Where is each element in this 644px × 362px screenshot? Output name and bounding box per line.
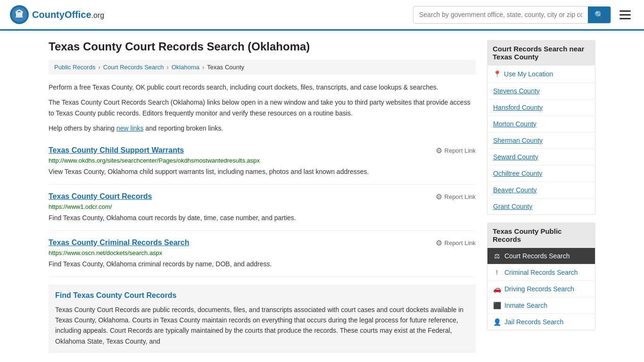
menu-icon [619, 14, 631, 16]
breadcrumb-sep: › [166, 64, 168, 71]
svg-text:🏛: 🏛 [15, 9, 24, 19]
breadcrumb-sep: › [98, 64, 100, 71]
report-link-2[interactable]: ⚙ Report Link [436, 239, 476, 247]
report-label-0: Report Link [445, 147, 476, 154]
result-desc-0: View Texas County, Oklahoma child suppor… [49, 167, 476, 177]
breadcrumb-court-records-search[interactable]: Court Records Search [103, 64, 164, 71]
nearby-county-3[interactable]: Sherman County [487, 132, 595, 149]
nearby-counties-list: Stevens CountyHansford CountyMorton Coun… [487, 83, 595, 214]
nearby-county-2[interactable]: Morton County [487, 116, 595, 132]
use-location-label: Use My Location [504, 70, 553, 78]
location-icon: 📍 [493, 70, 501, 78]
description-1: Perform a free Texas County, OK public c… [49, 82, 476, 92]
description-3: Help others by sharing new links and rep… [49, 123, 476, 133]
search-bar: 🔍 [413, 6, 611, 24]
pub-record-icon-4: 👤 [493, 318, 501, 326]
menu-button[interactable] [616, 8, 635, 21]
result-title-1[interactable]: Texas County Court Records [49, 192, 152, 201]
search-button[interactable]: 🔍 [588, 7, 611, 23]
use-my-location-link[interactable]: 📍 Use My Location [487, 66, 595, 83]
pub-record-label-0: Court Records Search [504, 252, 570, 260]
report-icon-1: ⚙ [436, 192, 442, 201]
report-icon-2: ⚙ [436, 239, 442, 247]
logo-text: CountyOffice [32, 9, 91, 20]
new-links-link[interactable]: new links [116, 124, 144, 132]
result-url-2[interactable]: https://www.oscn.net/dockets/search.aspx [49, 249, 476, 256]
pub-record-icon-2: 🚗 [493, 285, 501, 293]
pub-record-label-1: Criminal Records Search [504, 269, 578, 276]
menu-icon [619, 10, 631, 12]
result-desc-2: Find Texas County, Oklahoma criminal rec… [49, 259, 476, 269]
sidebar: Court Records Search near Texas County 📍… [487, 40, 595, 353]
find-title: Find Texas County Court Records [55, 291, 469, 300]
pub-record-item-0[interactable]: ⚖ Court Records Search [487, 248, 595, 264]
nearby-county-4[interactable]: Seward County [487, 149, 595, 165]
description-2: The Texas County Court Records Search (O… [49, 97, 476, 118]
result-item: Texas County Court Records ⚙ Report Link… [49, 185, 476, 231]
nearby-section: Court Records Search near Texas County 📍… [487, 40, 595, 215]
report-label-1: Report Link [445, 193, 476, 200]
pub-record-item-2[interactable]: 🚗 Driving Records Search [487, 281, 595, 297]
logo[interactable]: 🏛 CountyOffice.org [9, 5, 104, 25]
result-url-0[interactable]: http://www.okdhs.org/sites/searchcenter/… [49, 157, 476, 164]
public-records-title: Texas County Public Records [487, 222, 595, 248]
result-item: Texas County Child Support Warrants ⚙ Re… [49, 139, 476, 185]
pub-record-item-3[interactable]: ⬛ Inmate Search [487, 297, 595, 314]
breadcrumb-sep: › [202, 64, 204, 71]
report-label-2: Report Link [445, 239, 476, 247]
menu-icon [619, 18, 631, 19]
result-title-0[interactable]: Texas County Child Support Warrants [49, 146, 184, 155]
report-link-1[interactable]: ⚙ Report Link [436, 192, 476, 201]
pub-record-icon-0: ⚖ [493, 252, 501, 260]
logo-suffix: .org [91, 11, 105, 19]
logo-icon: 🏛 [9, 5, 29, 25]
find-desc: Texas County Court Records are public re… [55, 304, 469, 347]
report-icon-0: ⚙ [436, 146, 442, 155]
result-title-2[interactable]: Texas County Criminal Records Search [49, 239, 189, 247]
result-url-1[interactable]: https://www1.odcr.com/ [49, 203, 476, 210]
breadcrumb-texas-county: Texas County [207, 64, 244, 71]
breadcrumb: Public Records › Court Records Search › … [49, 60, 476, 74]
page-title: Texas County Court Records Search (Oklah… [49, 40, 476, 53]
pub-record-item-1[interactable]: ! Criminal Records Search [487, 264, 595, 281]
breadcrumb-public-records[interactable]: Public Records [54, 64, 95, 71]
pub-records-list: ⚖ Court Records Search ! Criminal Record… [487, 248, 595, 330]
pub-record-label-3: Inmate Search [504, 302, 547, 309]
pub-record-item-4[interactable]: 👤 Jail Records Search [487, 314, 595, 330]
nearby-content: 📍 Use My Location Stevens CountyHansford… [487, 66, 595, 215]
pub-record-icon-3: ⬛ [493, 302, 501, 309]
result-item: Texas County Criminal Records Search ⚙ R… [49, 231, 476, 277]
breadcrumb-oklahoma[interactable]: Oklahoma [172, 64, 199, 71]
results-container: Texas County Child Support Warrants ⚙ Re… [49, 139, 476, 277]
find-section: Find Texas County Court Records Texas Co… [49, 285, 476, 354]
nearby-county-5[interactable]: Ochiltree County [487, 165, 595, 182]
nearby-title: Court Records Search near Texas County [487, 40, 595, 66]
nearby-county-1[interactable]: Hansford County [487, 99, 595, 116]
report-link-0[interactable]: ⚙ Report Link [436, 146, 476, 155]
public-records-section: Texas County Public Records ⚖ Court Reco… [487, 222, 595, 330]
pub-record-label-2: Driving Records Search [504, 285, 574, 293]
pub-record-label-4: Jail Records Search [504, 318, 563, 326]
nearby-county-7[interactable]: Grant County [487, 198, 595, 214]
nearby-county-6[interactable]: Beaver County [487, 182, 595, 198]
nearby-county-0[interactable]: Stevens County [487, 83, 595, 99]
pub-record-icon-1: ! [493, 269, 501, 276]
search-input[interactable] [413, 7, 588, 22]
result-desc-1: Find Texas County, Oklahoma court record… [49, 213, 476, 223]
